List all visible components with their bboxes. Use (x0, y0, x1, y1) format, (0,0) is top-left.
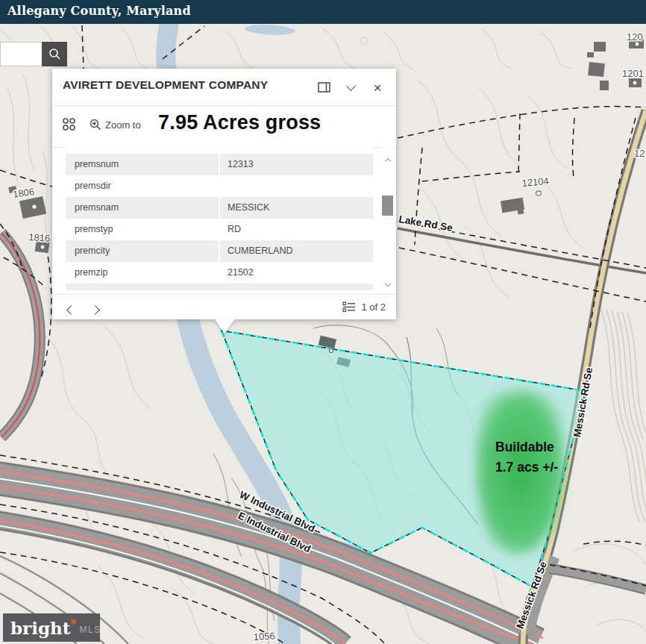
scrollbar-thumb[interactable] (382, 196, 393, 216)
field-label: premstyp (75, 224, 113, 234)
attribute-table: premsnum12313 premsdir premsnamMESSICK p… (52, 147, 396, 295)
logo-suffix-text: MLS (80, 625, 101, 635)
table-row: premsdir (66, 175, 373, 197)
app-window: Lake Rd Se W Industrial Blvd E Industria… (0, 0, 646, 644)
parcel-label-1201: 1201 (622, 68, 644, 79)
logo-star-icon: ✱ (69, 617, 76, 627)
next-feature-button[interactable] (92, 303, 101, 316)
table-scrollbar[interactable] (382, 147, 394, 295)
dock-icon[interactable] (316, 79, 332, 96)
parcel-label-1816: 1816 (28, 231, 51, 244)
buildable-annotation-line1: Buildable (495, 440, 554, 454)
table-row-partial-bottom (66, 284, 373, 290)
parcel-label-12104: 12104 (521, 175, 549, 189)
popup-pointer-tail (215, 319, 234, 334)
popup-title: AVIRETT DEVELOPMENT COMPANY (63, 78, 268, 92)
close-button[interactable]: × (369, 79, 386, 96)
field-label: premsdir (75, 181, 111, 191)
page-count-label: 1 of 2 (361, 301, 386, 313)
search-input[interactable] (0, 42, 42, 66)
collapse-button[interactable] (342, 79, 359, 96)
field-label: premcity (75, 246, 110, 256)
table-row: premsnamMESSICK (66, 197, 373, 219)
zoom-in-icon (90, 119, 101, 131)
acreage-annotation: 7.95 Acres gross (158, 111, 321, 134)
table-row-partial-top (66, 147, 373, 154)
contour-label-1056: 1056 (253, 631, 275, 643)
popup-header: AVIRETT DEVELOPMENT COMPANY × (52, 69, 396, 106)
popup-actions: Zoom to 7.95 Acres gross (52, 105, 396, 148)
zoom-to-label: Zoom to (105, 119, 141, 131)
buildable-annotation-line2: 1.7 acs +/- (495, 460, 558, 475)
scroll-up-arrow-icon[interactable] (386, 153, 390, 166)
search-icon (48, 48, 61, 60)
parcel-label-12: 12 (634, 148, 645, 159)
scroll-down-arrow-icon[interactable] (386, 275, 390, 289)
chevron-right-icon (90, 305, 100, 315)
table-row: premsnum12313 (66, 154, 373, 175)
feature-popup: AVIRETT DEVELOPMENT COMPANY × (52, 69, 396, 319)
feature-pagination: 1 of 2 (342, 301, 386, 313)
search-button[interactable] (42, 42, 67, 66)
parcel-label-120: 120 (627, 31, 643, 43)
feature-list-icon[interactable] (342, 301, 356, 313)
field-value: 12313 (228, 159, 254, 169)
search-bar (0, 42, 67, 66)
popup-footer: 1 of 2 (52, 294, 396, 319)
table-row: premstypRD (66, 219, 373, 240)
field-value: CUMBERLAND (228, 246, 293, 256)
actions-menu-button[interactable] (62, 117, 76, 134)
logo-brand-text: bright (10, 619, 70, 637)
field-label: premsnum (75, 159, 119, 169)
chevron-down-icon (346, 81, 356, 91)
field-value: RD (228, 224, 241, 234)
field-value: 21502 (228, 267, 254, 278)
table-row: premzip21502 (66, 262, 373, 284)
chevron-left-icon (66, 305, 76, 315)
dock-right-icon (318, 82, 330, 93)
field-label: premzip (75, 267, 107, 278)
zoom-to-button[interactable]: Zoom to (90, 119, 141, 131)
brand-logo: bright ✱ MLS (3, 613, 100, 642)
grid-dots-icon (62, 117, 76, 131)
page-title: Allegany County, Maryland (7, 4, 191, 18)
previous-feature-button[interactable] (66, 303, 75, 316)
field-value: MESSICK (228, 202, 269, 213)
title-bar: Allegany County, Maryland (0, 0, 646, 24)
table-row: premcityCUMBERLAND (66, 240, 373, 262)
field-label: premsnam (75, 202, 119, 213)
